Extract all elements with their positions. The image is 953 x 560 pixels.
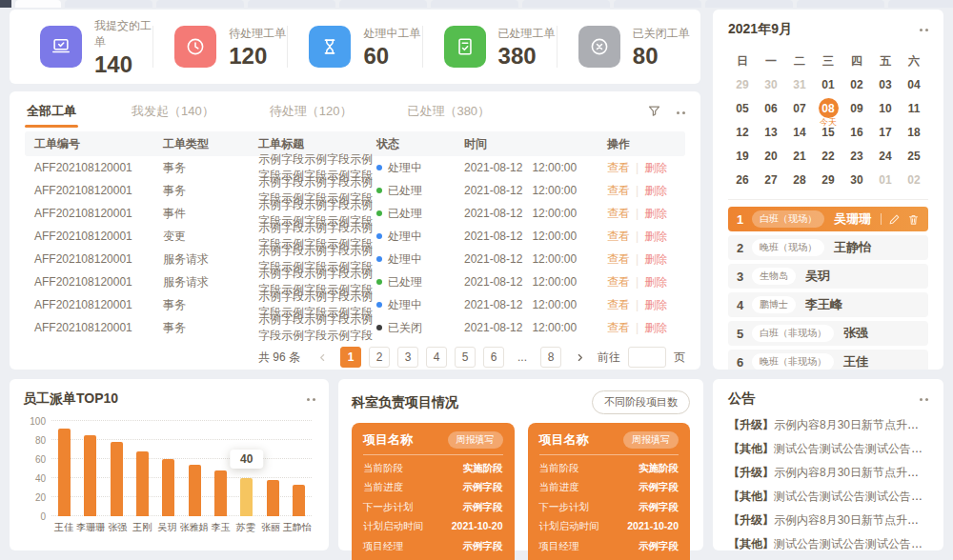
duty-row[interactable]: 1白班（现场）吴珊珊 bbox=[728, 207, 928, 231]
page-button[interactable]: 5 bbox=[455, 347, 476, 368]
tab-待处理（120）[interactable]: 待处理（120） bbox=[268, 97, 355, 128]
view-link[interactable]: 查看 bbox=[607, 252, 630, 266]
stat-card[interactable]: 已处理工单380 bbox=[422, 26, 557, 68]
bar-王刚[interactable] bbox=[136, 451, 149, 516]
calendar-day[interactable]: 11 bbox=[900, 96, 928, 120]
view-link[interactable]: 查看 bbox=[607, 298, 630, 311]
stat-card[interactable]: 处理中工单60 bbox=[287, 26, 421, 68]
calendar-day[interactable]: 02 bbox=[842, 72, 871, 96]
calendar-day[interactable]: 31 bbox=[785, 72, 814, 96]
calendar-day[interactable]: 30 bbox=[757, 72, 785, 96]
view-link[interactable]: 查看 bbox=[607, 321, 630, 334]
page-button[interactable]: 8 bbox=[540, 347, 561, 368]
announcement-item[interactable]: 【其他】测试公告测试公告测试公告测试公告测试公告 bbox=[728, 485, 928, 509]
duty-row[interactable]: 2晚班（现场）王静怡 bbox=[728, 235, 928, 260]
weekly-report-badge[interactable]: 周报填写 bbox=[623, 431, 679, 449]
browser-tab[interactable] bbox=[65, 0, 152, 8]
trash-icon[interactable] bbox=[907, 213, 920, 226]
stat-card[interactable]: 待处理工单120 bbox=[152, 26, 287, 68]
calendar-day[interactable]: 05 bbox=[728, 96, 757, 120]
calendar-day-today[interactable]: 08今天 bbox=[814, 96, 842, 120]
calendar-day[interactable]: 19 bbox=[728, 144, 757, 168]
calendar-day[interactable]: 18 bbox=[900, 120, 928, 144]
calendar-day[interactable]: 02 bbox=[900, 168, 928, 191]
calendar-day[interactable]: 14 bbox=[785, 120, 814, 144]
delete-link[interactable]: 删除 bbox=[644, 275, 667, 289]
bar-吴玥[interactable] bbox=[162, 459, 174, 516]
pencil-icon[interactable] bbox=[888, 213, 901, 226]
calendar-day[interactable]: 23 bbox=[842, 144, 871, 168]
calendar-day[interactable]: 06 bbox=[757, 96, 785, 120]
view-link[interactable]: 查看 bbox=[607, 230, 630, 243]
tab-已处理（380）[interactable]: 已处理（380） bbox=[405, 97, 492, 128]
browser-tab[interactable] bbox=[156, 0, 244, 8]
page-button[interactable]: 1 bbox=[340, 347, 361, 368]
delete-link[interactable]: 删除 bbox=[644, 207, 667, 220]
calendar-day[interactable]: 25 bbox=[900, 144, 928, 168]
duty-row[interactable]: 5白班（非现场）张强 bbox=[728, 321, 928, 346]
browser-tab[interactable] bbox=[614, 0, 701, 8]
calendar-day[interactable]: 30 bbox=[842, 168, 871, 191]
calendar-day[interactable]: 07 bbox=[785, 96, 814, 120]
bar-王静怡[interactable] bbox=[293, 485, 305, 516]
view-link[interactable]: 查看 bbox=[607, 275, 630, 289]
weekly-report-badge[interactable]: 周报填写 bbox=[448, 431, 503, 449]
project-card[interactable]: 项目名称周报填写当前阶段实施阶段当前进度示例字段下一步计划示例字段计划启动时间2… bbox=[352, 423, 515, 560]
calendar-day[interactable]: 01 bbox=[814, 72, 842, 96]
bar-李珊珊[interactable] bbox=[84, 435, 96, 516]
chevron-right-icon[interactable] bbox=[569, 347, 590, 368]
project-card[interactable]: 项目名称周报填写当前阶段实施阶段当前进度示例字段下一步计划示例字段计划启动时间2… bbox=[528, 423, 691, 560]
calendar-day[interactable]: 16 bbox=[842, 120, 871, 144]
calendar-day[interactable]: 21 bbox=[785, 144, 814, 168]
calendar-day[interactable]: 01 bbox=[871, 168, 900, 191]
delete-link[interactable]: 删除 bbox=[644, 252, 667, 266]
calendar-day[interactable]: 09 bbox=[842, 96, 871, 120]
calendar-day[interactable]: 27 bbox=[757, 168, 785, 191]
bar-张雅娟[interactable] bbox=[189, 465, 201, 516]
bar-李玉[interactable] bbox=[214, 470, 227, 516]
page-button[interactable]: 4 bbox=[426, 347, 447, 368]
browser-tab[interactable] bbox=[797, 0, 884, 8]
duty-row[interactable]: 3生物岛吴玥 bbox=[728, 264, 928, 289]
goto-page-input[interactable] bbox=[628, 347, 666, 368]
calendar-day[interactable]: 10 bbox=[871, 96, 900, 120]
calendar-day[interactable]: 20 bbox=[757, 144, 785, 168]
duty-row[interactable]: 6晚班（非现场）王佳 bbox=[728, 350, 928, 370]
calendar-day[interactable]: 22 bbox=[814, 144, 842, 168]
filter-icon[interactable] bbox=[647, 104, 661, 122]
calendar-day[interactable]: 17 bbox=[871, 120, 900, 144]
view-link[interactable]: 查看 bbox=[607, 161, 630, 174]
view-link[interactable]: 查看 bbox=[607, 184, 630, 197]
browser-tab[interactable] bbox=[339, 0, 427, 8]
browser-tab[interactable] bbox=[248, 0, 335, 8]
calendar-day[interactable]: 24 bbox=[871, 144, 900, 168]
stat-card[interactable]: 我提交的工单140 bbox=[19, 18, 152, 76]
delete-link[interactable]: 删除 bbox=[644, 230, 667, 243]
browser-tab-active[interactable] bbox=[15, 0, 61, 8]
browser-tab[interactable] bbox=[888, 0, 953, 8]
stat-card[interactable]: 已关闭工单80 bbox=[557, 26, 691, 68]
tab-全部工单[interactable]: 全部工单 bbox=[25, 97, 78, 128]
calendar-day[interactable]: 12 bbox=[728, 120, 757, 144]
calendar-day[interactable]: 28 bbox=[785, 168, 814, 191]
calendar-day[interactable]: 29 bbox=[814, 168, 842, 191]
duty-row[interactable]: 4鹏博士李王峰 bbox=[728, 292, 928, 317]
browser-tab[interactable] bbox=[705, 0, 793, 8]
delete-link[interactable]: 删除 bbox=[644, 298, 667, 311]
chevron-left-icon[interactable] bbox=[312, 347, 333, 368]
view-link[interactable]: 查看 bbox=[607, 207, 630, 220]
calendar-day[interactable]: 26 bbox=[728, 168, 757, 191]
browser-tab[interactable] bbox=[431, 0, 518, 8]
more-menu-icon[interactable] bbox=[677, 111, 679, 114]
bar-苏雯[interactable] bbox=[240, 478, 253, 516]
chart-more-icon[interactable] bbox=[307, 398, 310, 401]
page-button[interactable]: 6 bbox=[483, 347, 504, 368]
page-button[interactable]: 3 bbox=[397, 347, 418, 368]
announcements-more-icon[interactable] bbox=[920, 398, 923, 401]
bar-张丽[interactable] bbox=[267, 480, 279, 516]
calendar-day[interactable]: 13 bbox=[757, 120, 785, 144]
calendar-more-icon[interactable] bbox=[920, 29, 923, 31]
delete-link[interactable]: 删除 bbox=[644, 161, 667, 174]
calendar-day[interactable]: 04 bbox=[900, 72, 928, 96]
browser-tab[interactable] bbox=[522, 0, 610, 8]
